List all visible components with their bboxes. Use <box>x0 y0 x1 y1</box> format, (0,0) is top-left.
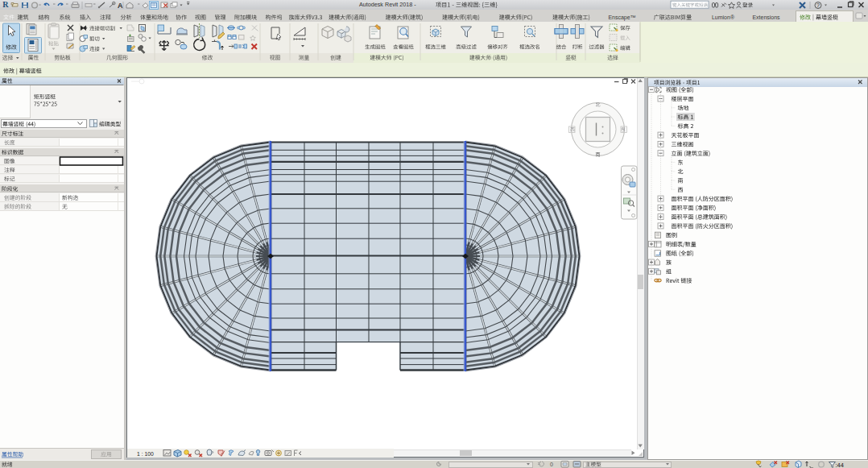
svg-text:Enscape™: Enscape™ <box>608 14 635 21</box>
svg-text:Lumion®: Lumion® <box>712 14 735 20</box>
svg-text:R: R <box>2 0 9 9</box>
svg-text::44: :44 <box>836 462 844 468</box>
svg-text:1 : 100: 1 : 100 <box>137 451 154 457</box>
svg-text:A: A <box>118 2 123 10</box>
svg-text:?: ? <box>816 2 820 8</box>
svg-text:Extensions: Extensions <box>752 14 780 20</box>
svg-text:Autodesk Revit 2018 -: Autodesk Revit 2018 - <box>359 1 416 8</box>
svg-text:0: 0 <box>550 462 553 467</box>
